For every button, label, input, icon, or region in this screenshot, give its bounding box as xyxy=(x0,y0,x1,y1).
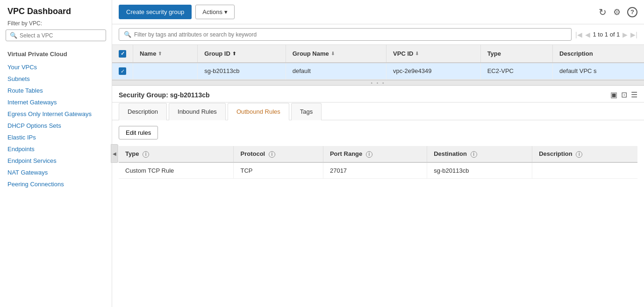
rules-header-type: Type i xyxy=(119,146,234,162)
filter-search-icon: 🔍 xyxy=(124,31,131,38)
rule-destination-cell: sg-b20113cb xyxy=(427,162,532,179)
sidebar-title: VPC Dashboard xyxy=(0,7,112,20)
row-vpc-id-cell: vpc-2e9e4349 xyxy=(386,63,481,80)
group-name-sort-label: Group Name ⬇ xyxy=(293,50,335,57)
detail-header: Security Group: sg-b20113cb ▣ ⊡ ☰ xyxy=(112,86,644,102)
tab-content-outbound-rules: Edit rules Type i Protocol i Port Ran xyxy=(112,120,644,307)
detail-expand-icon[interactable]: ▣ xyxy=(610,90,617,99)
header-group-name-col[interactable]: Group Name ⬇ xyxy=(286,45,386,63)
rules-header-port-range: Port Range i xyxy=(323,146,427,162)
header-type-col: Type xyxy=(480,45,552,63)
header-checkbox-col: ✓ xyxy=(112,45,133,63)
header-name-col[interactable]: Name ⬆ xyxy=(133,45,198,63)
rule-description-cell xyxy=(532,162,637,179)
header-description-col: Description xyxy=(553,45,644,63)
rule-port-range-cell: 27017 xyxy=(323,162,427,179)
group-id-sort-arrow: ⬆ xyxy=(232,51,236,56)
select-all-checkbox[interactable]: ✓ xyxy=(119,50,126,58)
search-icon: 🔍 xyxy=(10,32,17,39)
actions-button[interactable]: Actions ▾ xyxy=(195,5,235,19)
tab-tags[interactable]: Tags xyxy=(291,103,322,120)
filter-input[interactable] xyxy=(134,31,566,38)
sidebar-item-endpoint-services[interactable]: Endpoint Services xyxy=(0,155,112,167)
gear-icon[interactable]: ⚙ xyxy=(613,7,621,17)
table-header-row: ✓ Name ⬆ Group ID ⬆ xyxy=(112,45,644,63)
toolbar: Create security group Actions ▾ ↻ ⚙ ? xyxy=(112,0,644,24)
pagination-next-icon[interactable]: ▶ xyxy=(623,31,628,38)
security-group-label: Security Group: xyxy=(119,91,168,99)
sidebar-section-title: Virtual Private Cloud xyxy=(0,48,112,61)
sidebar-item-elastic-ips[interactable]: Elastic IPs xyxy=(0,132,112,143)
resize-dots-icon: • • • xyxy=(371,80,385,86)
description-info-icon[interactable]: i xyxy=(576,151,582,158)
group-name-sort-arrow: ⬇ xyxy=(331,51,335,56)
security-group-id: sg-b20113cb xyxy=(170,91,210,99)
sidebar-item-endpoints[interactable]: Endpoints xyxy=(0,143,112,155)
vpc-search-input[interactable] xyxy=(20,32,102,39)
pagination-first-icon[interactable]: |◀ xyxy=(575,31,582,38)
tab-inbound-rules[interactable]: Inbound Rules xyxy=(169,103,226,120)
filter-input-wrap[interactable]: 🔍 xyxy=(119,28,572,41)
header-group-id-col[interactable]: Group ID ⬆ xyxy=(198,45,286,63)
rules-header-protocol: Protocol i xyxy=(234,146,323,162)
row-group-name-cell: default xyxy=(286,63,386,80)
detail-collapse-icon[interactable]: ⊡ xyxy=(621,90,627,99)
sidebar-collapse-button[interactable]: ◀ xyxy=(111,144,118,163)
sidebar-item-subnets[interactable]: Subnets xyxy=(0,73,112,85)
rules-header-description: Description i xyxy=(532,146,637,162)
detail-panel: Security Group: sg-b20113cb ▣ ⊡ ☰ Descri… xyxy=(112,86,644,307)
toolbar-icons: ↻ ⚙ ? xyxy=(599,7,637,18)
rules-header-row: Type i Protocol i Port Range i Destina xyxy=(119,146,637,162)
detail-actions: ▣ ⊡ ☰ xyxy=(610,90,637,99)
rule-row[interactable]: Custom TCP Rule TCP 27017 sg-b20113cb xyxy=(119,162,637,179)
row-description-cell: default VPC s xyxy=(553,63,644,80)
pagination-text: 1 to 1 of 1 xyxy=(593,31,620,38)
row-name-cell xyxy=(133,63,198,80)
pagination-last-icon[interactable]: ▶| xyxy=(630,31,637,38)
filter-bar: 🔍 |◀ ◀ 1 to 1 of 1 ▶ ▶| xyxy=(112,24,644,45)
sidebar-filter-label: Filter by VPC: xyxy=(0,20,112,29)
sidebar-item-egress-only[interactable]: Egress Only Internet Gateways xyxy=(0,108,112,120)
name-sort-arrow: ⬆ xyxy=(158,51,162,56)
sidebar-item-peering-connections[interactable]: Peering Connections xyxy=(0,178,112,190)
vpc-id-sort-label: VPC ID ⬇ xyxy=(393,50,419,57)
pagination: |◀ ◀ 1 to 1 of 1 ▶ ▶| xyxy=(575,31,637,38)
resize-handle[interactable]: • • • xyxy=(112,80,644,86)
rule-type-cell: Custom TCP Rule xyxy=(119,162,234,179)
port-range-info-icon[interactable]: i xyxy=(366,151,372,158)
tab-outbound-rules[interactable]: Outbound Rules xyxy=(228,103,289,120)
sidebar-item-your-vpcs[interactable]: Your VPCs xyxy=(0,61,112,73)
row-group-id-cell: sg-b20113cb xyxy=(198,63,286,80)
edit-rules-button[interactable]: Edit rules xyxy=(119,126,158,139)
actions-label: Actions xyxy=(202,8,222,15)
header-vpc-id-col[interactable]: VPC ID ⬇ xyxy=(386,45,481,63)
detail-tabs: Description Inbound Rules Outbound Rules… xyxy=(112,102,644,120)
sidebar-search-wrap[interactable]: 🔍 xyxy=(6,29,106,41)
protocol-info-icon[interactable]: i xyxy=(269,151,275,158)
refresh-icon[interactable]: ↻ xyxy=(599,7,607,18)
row-checkbox[interactable]: ✓ xyxy=(119,67,126,75)
sidebar-item-route-tables[interactable]: Route Tables xyxy=(0,85,112,96)
sidebar-item-internet-gateways[interactable]: Internet Gateways xyxy=(0,96,112,108)
detail-menu-icon[interactable]: ☰ xyxy=(631,90,637,99)
name-sort-label: Name ⬆ xyxy=(140,50,162,57)
rules-header-destination: Destination i xyxy=(427,146,532,162)
group-id-sort-label: Group ID ⬆ xyxy=(204,50,236,57)
main-content: Create security group Actions ▾ ↻ ⚙ ? 🔍 … xyxy=(112,0,644,307)
sidebar-item-nat-gateways[interactable]: NAT Gateways xyxy=(0,167,112,178)
outbound-rules-table: Type i Protocol i Port Range i Destina xyxy=(119,146,637,179)
sidebar-item-dhcp-options[interactable]: DHCP Options Sets xyxy=(0,120,112,132)
table-row[interactable]: ✓ sg-b20113cb default vpc-2e9e4349 EC2-V… xyxy=(112,63,644,80)
actions-chevron-icon: ▾ xyxy=(224,8,228,15)
tab-description[interactable]: Description xyxy=(119,103,167,120)
pagination-prev-icon[interactable]: ◀ xyxy=(585,31,590,38)
detail-title: Security Group: sg-b20113cb xyxy=(119,91,210,99)
sidebar: VPC Dashboard Filter by VPC: 🔍 Virtual P… xyxy=(0,0,112,307)
vpc-id-sort-arrow: ⬇ xyxy=(415,51,419,56)
help-icon[interactable]: ? xyxy=(627,7,637,17)
row-checkbox-cell[interactable]: ✓ xyxy=(112,63,133,80)
destination-info-icon[interactable]: i xyxy=(471,151,477,158)
create-security-group-button[interactable]: Create security group xyxy=(119,5,192,19)
rule-protocol-cell: TCP xyxy=(234,162,323,179)
type-info-icon[interactable]: i xyxy=(143,151,149,158)
